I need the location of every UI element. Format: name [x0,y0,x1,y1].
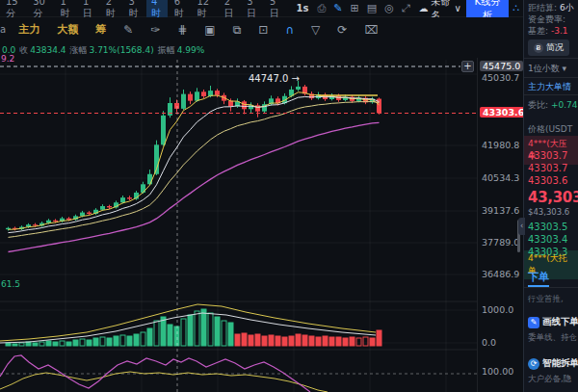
magnet-icon[interactable]: ∩ [276,23,302,37]
ohlc-prefix: 0.0 [2,45,15,55]
amplitude-value: 4.99% [177,45,205,55]
add-alert-button[interactable]: + [461,61,474,72]
volume-ma-value-cut: 61.5 [1,279,20,289]
copy-icon[interactable]: ⧉ [224,23,250,37]
smart-split-card[interactable]: ⟳智能拆单 [528,357,578,370]
pencil-icon[interactable]: ✎ [115,23,142,37]
pencil-icon[interactable]: ✎ [329,2,346,14]
pen-draw-icon[interactable]: ✑ [142,23,169,37]
tool-主力[interactable]: 主力 [10,22,48,37]
bid-row[interactable]: 43303.5 [528,222,567,232]
indicator-tools: 主力大额筹 [10,22,115,37]
overview-tab[interactable]: Ƀ简况 [528,39,569,56]
last-price: 43,303.6 [528,189,578,206]
caret-down-icon: ▾ [563,64,567,73]
timeframe-toolbar: 15分30分1时1日2时3时4时6时12时2日3日5日 1s ⎙✎⊞▤◎⤢ ☁ … [0,0,523,17]
sliders-icon[interactable]: ⋕ [169,23,196,37]
big-orders-section-title: 主力大单情 [528,81,571,93]
drawing-toolbar: a 主力大额筹 ✎✑⋕▣⧉⊡∩▽⟳⌧ [0,17,523,41]
ohlc-readout: 0.0 收 43834.4 涨幅 3.71%(1568.4) 振幅 4.99% [0,42,523,58]
smart-split-desc: 大户必备,隐 [528,374,571,385]
bid-row[interactable]: 43303.4 [528,234,567,245]
axis-label-43303.6: 43303.6 [480,107,527,118]
close-value: 43834.4 [30,45,66,55]
decimals-dropdown[interactable]: 1位小数 ▾ [528,63,566,75]
basis-row: 基差: -3.1 [528,25,567,38]
axis-label-0.0: 0.0 [482,337,496,348]
note-edit-icon[interactable]: ⊡ [250,23,276,37]
promo-text: 行业首推, [528,294,564,305]
axis-label-100.00: 100.00 [482,366,513,377]
filter-icon[interactable]: ▽ [302,23,328,37]
change-label: 涨幅 [70,44,88,57]
axis-label-40534.3: 40534.3 [482,172,519,183]
main-chart[interactable] [0,0,477,392]
axis-label-1000.0: 1000.0 [482,304,513,315]
cloud-icon: ☁ [419,3,429,13]
btc-coin-icon: Ƀ [534,43,543,53]
ask-row[interactable]: 43303.6 [528,175,567,186]
fullscreen-icon[interactable]: ⤢ [398,2,414,14]
panel-icon[interactable]: ▣ [196,23,223,37]
amplitude-label: 振幅 [158,44,175,57]
trading-app-window: 15分30分1时1日2时3时4时6时12时2日3日5日 1s ⎙✎⊞▤◎⤢ ☁ … [0,0,578,392]
price-axis[interactable]: 45475.045030.743303.641980.840534.339137… [477,58,523,392]
axis-label-36486.9: 36486.9 [482,269,519,279]
price-column-header: 价格(USDT [528,123,572,136]
trash-icon[interactable]: ⌧ [355,23,386,37]
tool-筹[interactable]: 筹 [87,22,115,37]
chevron-down-icon: ∨ [454,3,460,13]
draw-line-order-card[interactable]: ✎画线下单 [528,316,578,328]
axis-label-37789.0: 37789.0 [482,237,519,248]
change-value: 3.71%(1568.4) [90,45,154,55]
cut-off-text: a [0,24,10,35]
tool-大额[interactable]: 大额 [48,22,87,37]
sidebar-collapse-handle[interactable]: ‹ [518,218,525,235]
share-icon[interactable]: ∴ [509,2,523,14]
ask-row[interactable]: 43303.7 [528,150,567,161]
circle-zero-icon[interactable]: ◎ [381,2,398,14]
camera-icon[interactable]: ⎙ [314,2,330,14]
order-panel-sidebar: 距结算: 6小 资金费率: 基差: -3.1 Ƀ简况 1位小数 ▾ 主力大单情 … [523,0,578,392]
axis-label-39137.6: 39137.6 [482,205,519,216]
add-pane-icon[interactable]: ⊞ [347,2,363,14]
smart-split-icon: ⟳ [528,358,539,370]
draw-order-icon: ✎ [528,317,539,328]
chart-action-icons: ⎙✎⊞▤◎⤢ [314,2,414,14]
axis-label-45475.0: 45475.0 [480,61,523,71]
arrow-right-icon: → [292,73,300,84]
high-price-annotation: 44747.0 → [249,73,300,84]
close-label: 收 [19,44,28,57]
last-price-usd: $43,303.6 [528,207,569,217]
axis-label-45030.7: 45030.7 [482,72,519,83]
ask-row[interactable]: 43303.7 [528,163,567,173]
seconds-interval-button[interactable]: 1s [287,3,314,13]
place-order-tab[interactable]: 下单 [528,270,549,284]
draw-line-order-desc: 委单线、持仓 [528,332,577,344]
refresh-icon[interactable]: ⟳ [328,23,355,37]
axis-label-41980.8: 41980.8 [482,140,519,150]
image-icon[interactable]: ▤ [363,2,381,14]
order-ratio-row: 委比: +0.74 [528,99,578,112]
drawing-icons: ✎✑⋕▣⧉⊡∩▽⟳⌧ [115,23,386,37]
